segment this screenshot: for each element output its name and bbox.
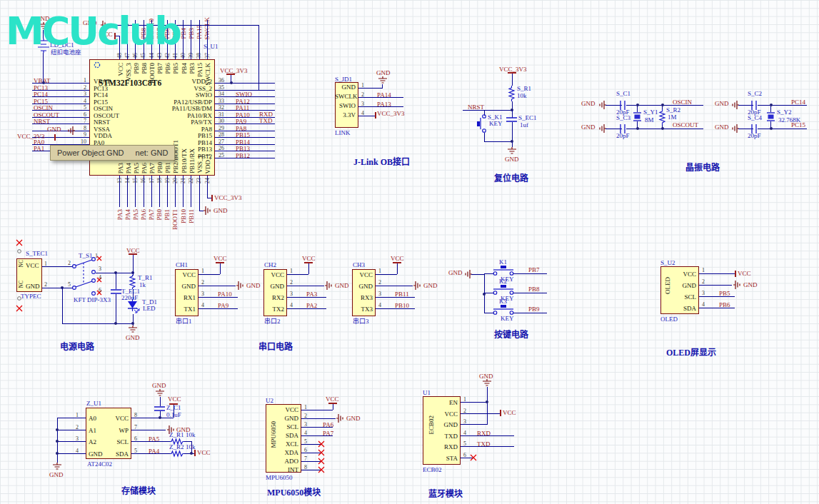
led-symbol[interactable]: [126, 299, 140, 315]
pin-number: 15: [132, 178, 139, 183]
pin-number: 16: [140, 178, 146, 183]
port-designator: CH2: [264, 262, 276, 268]
key-row: K1 KEY PB7: [484, 264, 570, 283]
junction-dot: [770, 104, 773, 106]
capacitor-symbol[interactable]: [506, 117, 517, 122]
pin-row: TX3 4 PB10: [376, 303, 447, 315]
pin-row: INT 8: [301, 464, 373, 473]
resistor-symbol[interactable]: [129, 275, 136, 289]
wire: [461, 424, 487, 425]
pin-name-column: PB9: [131, 62, 139, 89]
pin-name: GND: [355, 283, 373, 290]
gnd-symbol: [413, 281, 422, 291]
pin-name: EN: [426, 399, 458, 406]
pin-name: SCL: [663, 293, 696, 301]
gnd-symbol: [336, 413, 345, 423]
key-value: KEY: [501, 316, 514, 322]
pin-row: SCL 3 PB5: [699, 291, 770, 302]
wire: [308, 263, 309, 274]
net-column: PA6: [139, 209, 147, 231]
wire: [333, 404, 333, 410]
wire: [699, 285, 732, 286]
junction-dot: [770, 127, 773, 130]
cap-designator: S_EC1: [518, 115, 537, 121]
power-title: 电源电路: [60, 340, 94, 353]
key-row: K3 KEY PB9: [484, 303, 570, 323]
push-button-symbol[interactable]: [493, 266, 514, 276]
pin-name: VCC: [266, 271, 284, 278]
pin-number: 19: [164, 178, 171, 183]
pin-column: PA15 38: [195, 10, 203, 59]
switch-symbol[interactable]: [69, 252, 109, 296]
capacitor-symbol[interactable]: [111, 289, 121, 294]
resistor-symbol[interactable]: [170, 450, 184, 457]
pin-name: INT: [268, 466, 298, 473]
gnd-symbol: [204, 206, 212, 216]
push-button-symbol[interactable]: [477, 113, 488, 134]
net-column: PA7: [148, 209, 156, 231]
pin-number: 6: [99, 287, 101, 293]
net-column: PA5: [131, 209, 139, 231]
pin-column: PB3 39: [187, 10, 195, 59]
net-column: PB0: [156, 209, 164, 231]
pin-row: 3.3V 4 VCC_3V3: [358, 110, 430, 119]
resistor-symbol[interactable]: [659, 109, 665, 125]
pin-number: 2: [76, 424, 79, 430]
no-connect-x-icon: [16, 240, 22, 246]
wire: [131, 430, 166, 430]
cap-designator: S_C3: [616, 115, 630, 121]
wire: [471, 274, 484, 275]
net-label: PB14: [236, 138, 250, 146]
pin-number: 2: [378, 279, 381, 286]
pin-name: RX3: [355, 294, 373, 301]
crystal-symbol[interactable]: [632, 111, 643, 122]
tooltip-text: Power Object GND: [57, 148, 124, 157]
pin-row: RXD 5 TXD: [461, 440, 539, 452]
pin-name: XDA: [268, 449, 298, 456]
cap-designator: S_C4: [748, 115, 762, 121]
key-value: KEY: [489, 121, 503, 127]
gnd-label: GND: [743, 282, 758, 288]
net-label: PA7: [148, 209, 155, 220]
pin-name-column: VCC: [116, 62, 124, 89]
capacitor-symbol[interactable]: [154, 406, 165, 411]
net-column: PB10: [179, 209, 187, 231]
push-button-symbol[interactable]: [493, 285, 514, 295]
port-designator: CH1: [176, 262, 188, 268]
eeprom-title: 存储模块: [121, 484, 156, 497]
key-designator: K2: [499, 278, 507, 285]
resistor-symbol[interactable]: [508, 86, 515, 101]
pin-row: TX2 4 PA2: [287, 303, 358, 315]
pin-number: 2: [201, 279, 204, 286]
wire: [376, 274, 397, 275]
wire: [62, 288, 63, 323]
pin-name: STA: [426, 455, 458, 462]
oled-designator: S_U2: [660, 260, 675, 266]
pin-name: ADO: [268, 458, 298, 465]
net-label: RXD: [259, 111, 273, 118]
power-bar: [211, 195, 213, 201]
pin-name: VSS_3: [125, 63, 132, 81]
crystal-symbol[interactable]: [765, 111, 776, 122]
resistor-designator: T_R1: [138, 275, 153, 281]
pin-row: PA9/TX 30 PA9 TXD: [215, 118, 301, 125]
pin-name: TX3: [355, 306, 373, 313]
net-label: PA5: [132, 209, 139, 220]
pin-name: BOOT0: [149, 63, 156, 84]
wire: [183, 20, 184, 59]
keys-title: 按键电路: [494, 328, 528, 341]
push-button-symbol[interactable]: [493, 305, 514, 315]
pin-name: SWIO: [154, 91, 212, 99]
pin-name: PA5: [133, 163, 140, 173]
pin-name-column: PB7: [156, 62, 164, 89]
pin-row: XCL 5: [301, 438, 373, 447]
pin-number: 2: [290, 279, 293, 286]
pin-name: SCL: [100, 438, 129, 445]
reset-title: 复位电路: [494, 171, 528, 184]
net-label: PB9: [528, 306, 540, 313]
pin-number: 3: [76, 435, 79, 442]
switch-value: KFT DIP-3X3: [74, 297, 111, 303]
power-bar: [500, 410, 501, 416]
pin-row: RX1 3 PA10: [199, 292, 270, 303]
pin-column: 20: [171, 176, 179, 211]
